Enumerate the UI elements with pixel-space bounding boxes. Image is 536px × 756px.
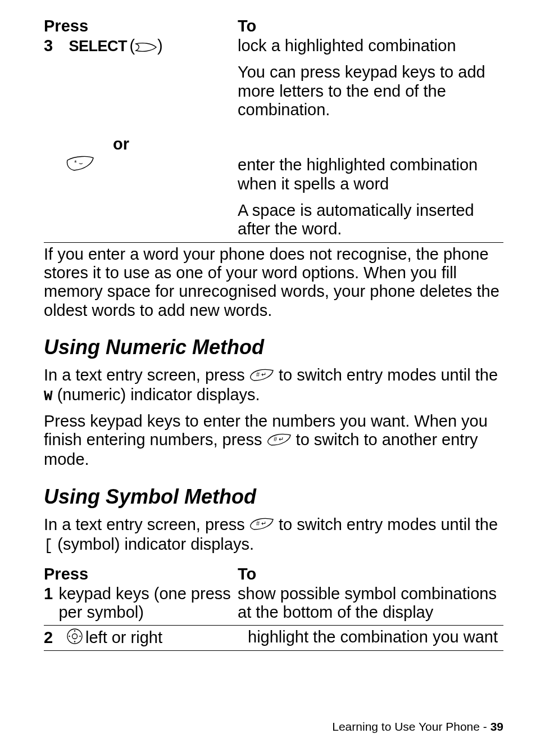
hash-key-icon: # ↵ <box>267 432 292 450</box>
right-softkey-icon <box>135 42 157 56</box>
divider <box>44 242 503 243</box>
numeric-indicator-icon: W <box>44 388 53 405</box>
paren-close: ) <box>157 37 163 55</box>
step-2-action: left or right <box>85 628 162 647</box>
note-add-letters: You can press keypad keys to add more le… <box>238 63 503 119</box>
select-softkey-label: SELECT <box>69 38 127 55</box>
step-1-result: show possible symbol combinations at the… <box>238 585 503 622</box>
step-number: 2 <box>44 628 66 647</box>
unrecognised-word-note: If you enter a word your phone does not … <box>44 245 503 320</box>
col-header-to: To <box>238 17 256 35</box>
svg-text:# ↵: # ↵ <box>256 520 266 527</box>
svg-point-9 <box>79 636 80 637</box>
divider <box>44 650 503 651</box>
step-1-action: keypad keys (one press per symbol) <box>58 585 232 622</box>
col-header-press: Press <box>44 17 88 35</box>
col-header-press-2: Press <box>44 565 88 583</box>
step-number: 1 <box>44 585 58 622</box>
star-key-icon: * ⌣ <box>66 156 94 174</box>
action-enter-word: enter the highlighted combination when i… <box>238 156 503 193</box>
svg-point-8 <box>69 636 70 637</box>
svg-point-5 <box>72 634 78 639</box>
or-label: or <box>44 135 232 153</box>
nav-disc-icon <box>66 628 83 647</box>
col-header-to-2: To <box>238 565 256 583</box>
step-2-result: highlight the combination you want <box>238 628 503 646</box>
page-footer: Learning to Use Your Phone - 39 <box>332 720 503 734</box>
svg-text:* ⌣: * ⌣ <box>74 159 83 167</box>
heading-numeric-method: Using Numeric Method <box>44 336 503 359</box>
divider <box>44 625 503 626</box>
symbol-indicator-icon: [ <box>44 537 53 554</box>
step-number: 3 <box>44 37 66 55</box>
svg-point-6 <box>74 631 75 632</box>
hash-key-icon: # ↵ <box>249 367 274 386</box>
note-space-inserted: A space is automatically inserted after … <box>238 201 503 239</box>
svg-point-7 <box>74 641 75 642</box>
heading-symbol-method: Using Symbol Method <box>44 485 503 509</box>
svg-text:# ↵: # ↵ <box>274 436 284 442</box>
hash-key-icon: # ↵ <box>249 516 274 535</box>
numeric-instruction-2: Press keypad keys to enter the numbers y… <box>44 412 503 469</box>
svg-text:# ↵: # ↵ <box>256 371 266 378</box>
numeric-instruction-1: In a text entry screen, press # ↵ to swi… <box>44 366 503 405</box>
symbol-instruction: In a text entry screen, press # ↵ to swi… <box>44 515 503 555</box>
paren-open: ( <box>129 37 135 55</box>
action-lock-combination: lock a highlighted combination <box>238 37 503 55</box>
